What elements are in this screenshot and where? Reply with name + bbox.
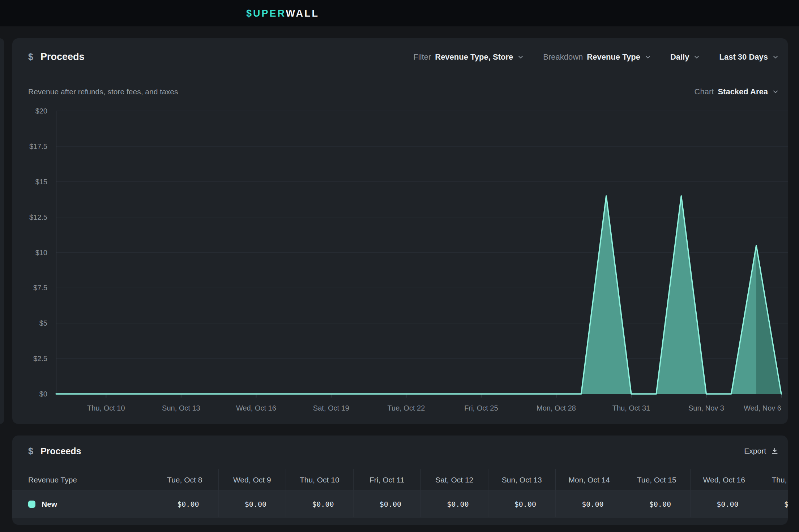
y-axis-label: $0 (39, 390, 47, 398)
top-nav-bar: $UPERWALL (0, 0, 799, 26)
value-cell: $0.00 (420, 491, 488, 517)
value-cell: $0.00 (286, 491, 353, 517)
row-label-cell: New (12, 491, 151, 517)
value-cell: $0.00 (623, 491, 691, 517)
y-axis-label: $20 (35, 107, 47, 115)
x-axis-label: Sun, Nov 3 (688, 404, 724, 412)
chevron-down-icon (644, 53, 651, 61)
column-header-date: Wed, Oct 16 (690, 469, 758, 490)
value-cell: $0.00 (690, 491, 758, 517)
value-cell: $0.00 (488, 491, 556, 517)
logo-suffix: WALL (286, 8, 319, 18)
download-icon (770, 447, 779, 455)
date-range-dropdown[interactable]: Last 30 Days (719, 52, 779, 62)
breakdown-dropdown[interactable]: Breakdown Revenue Type (543, 52, 651, 62)
y-axis-label: $17.5 (29, 142, 47, 150)
value-cell: $0.00 (218, 491, 286, 517)
value-cell: $0.00 (151, 491, 218, 517)
value-cell: $0.00 (353, 491, 421, 517)
chevron-down-icon (772, 53, 779, 61)
x-axis-label: Wed, Nov 6 (744, 404, 781, 412)
date-range-value: Last 30 Days (719, 52, 768, 62)
chart-type-label: Chart (695, 87, 714, 96)
x-axis-label: Thu, Oct 31 (612, 404, 650, 412)
y-axis-label: $7.5 (33, 284, 47, 292)
chart-subtitle: Revenue after refunds, store fees, and t… (28, 87, 178, 96)
column-header-revenue-type: Revenue Type (12, 469, 151, 490)
column-header-date: Thu, Oct 17 (758, 469, 788, 490)
chevron-down-icon (693, 53, 700, 61)
x-axis-label: Fri, Oct 25 (464, 404, 498, 412)
table-body: New$0.00$0.00$0.00$0.00$0.00$0.00$0.00$0… (12, 491, 788, 518)
chevron-down-icon (772, 88, 779, 95)
cropped-panel-edge (0, 38, 4, 424)
value-cell: $0.00 (758, 491, 788, 517)
y-axis-label: $5 (39, 319, 47, 327)
x-axis-label: Sun, Oct 13 (162, 404, 200, 412)
granularity-dropdown[interactable]: Daily (670, 52, 701, 62)
proceeds-table: Revenue TypeTue, Oct 8Wed, Oct 9Thu, Oct… (12, 469, 788, 518)
x-axis-label: Sat, Oct 19 (313, 404, 349, 412)
chart-panel-header: $ Proceeds Filter Revenue Type, Store Br… (12, 38, 788, 63)
breakdown-label: Breakdown (543, 52, 583, 62)
filter-label: Filter (413, 52, 431, 62)
proceeds-table-panel: $ Proceeds Export Revenue TypeTue, Oct 8… (12, 436, 788, 525)
area-fill (56, 196, 781, 394)
column-header-date: Sun, Oct 13 (488, 469, 556, 490)
chevron-down-icon (517, 53, 524, 61)
x-axis-label: Wed, Oct 16 (236, 404, 276, 412)
dollar-icon: $ (28, 446, 33, 456)
column-header-date: Wed, Oct 9 (218, 469, 286, 490)
filter-dropdown[interactable]: Filter Revenue Type, Store (413, 52, 524, 62)
column-header-date: Mon, Oct 14 (555, 469, 623, 490)
table-title-group: $ Proceeds (28, 446, 81, 456)
y-axis-label: $15 (35, 178, 47, 186)
series-color-swatch (28, 501, 35, 508)
proceeds-chart-panel: $0$2.5$5$7.5$10$12.5$15$17.5$20Thu, Oct … (12, 38, 788, 424)
chart-type-value: Stacked Area (718, 87, 768, 96)
table-header-row: Revenue TypeTue, Oct 8Wed, Oct 9Thu, Oct… (12, 469, 788, 491)
superwall-logo[interactable]: $UPERWALL (246, 8, 319, 19)
table-row: New$0.00$0.00$0.00$0.00$0.00$0.00$0.00$0… (12, 491, 788, 518)
series-name: New (42, 500, 57, 509)
export-button[interactable]: Export (744, 447, 779, 455)
value-cell: $0.00 (555, 491, 623, 517)
x-axis-label: Tue, Oct 22 (388, 404, 425, 412)
table-panel-title: Proceeds (40, 446, 81, 456)
granularity-value: Daily (670, 52, 689, 62)
filter-value: Revenue Type, Store (435, 52, 513, 62)
y-axis-label: $2.5 (33, 355, 47, 362)
y-axis-label: $10 (35, 249, 47, 257)
logo-prefix: $UPER (246, 8, 286, 18)
dollar-icon: $ (28, 52, 33, 62)
chart-title-group: $ Proceeds (28, 51, 84, 63)
column-header-date: Sat, Oct 12 (420, 469, 488, 490)
export-label: Export (744, 447, 766, 455)
chart-type-dropdown[interactable]: Chart Stacked Area (695, 87, 779, 96)
column-header-date: Fri, Oct 11 (353, 469, 421, 490)
panel-title: Proceeds (40, 51, 85, 63)
column-header-date: Tue, Oct 8 (151, 469, 218, 490)
y-axis-label: $12.5 (29, 213, 47, 221)
column-header-date: Tue, Oct 15 (623, 469, 691, 490)
chart-subtitle-row: Revenue after refunds, store fees, and t… (12, 86, 788, 98)
x-axis-label: Mon, Oct 28 (537, 404, 576, 412)
column-header-date: Thu, Oct 10 (286, 469, 353, 490)
x-axis-label: Thu, Oct 10 (87, 404, 125, 412)
table-panel-header: $ Proceeds Export (12, 436, 788, 456)
chart-controls: Filter Revenue Type, Store Breakdown Rev… (413, 52, 779, 62)
breakdown-value: Revenue Type (587, 52, 640, 62)
